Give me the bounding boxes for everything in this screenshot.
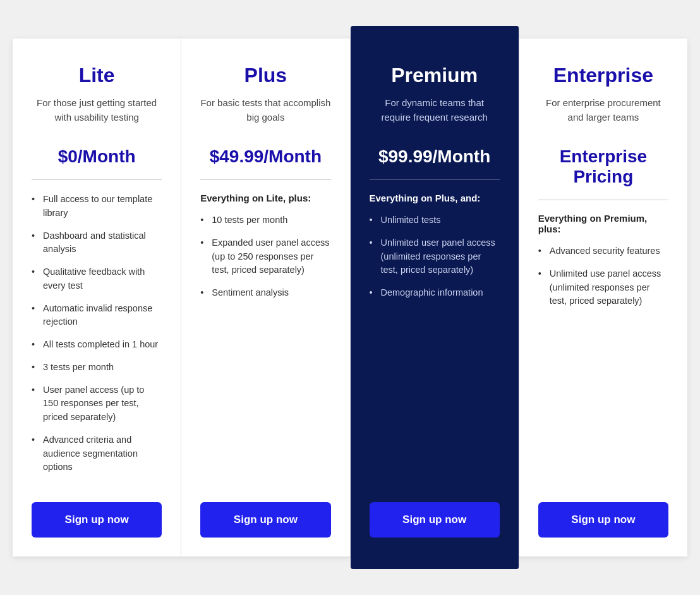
plan-name: Enterprise <box>538 64 668 87</box>
feature-item: 10 tests per month <box>200 213 330 227</box>
feature-item: Sentiment analysis <box>200 286 330 300</box>
plan-price: $99.99/Month <box>370 147 500 167</box>
plan-divider <box>370 179 500 180</box>
feature-item: Unlimited user panel access (unlimited r… <box>370 236 500 277</box>
plan-features-list: Unlimited testsUnlimited user panel acce… <box>370 213 500 483</box>
plan-divider <box>200 179 330 180</box>
signup-button[interactable]: Sign up now <box>370 502 500 538</box>
plan-premium: Premium For dynamic teams that require f… <box>351 26 519 569</box>
feature-item: 3 tests per month <box>32 361 162 375</box>
feature-item: Full access to our template library <box>32 193 162 220</box>
plan-divider <box>32 179 162 180</box>
plan-price: $49.99/Month <box>200 147 330 167</box>
plan-description: For enterprise procurement and larger te… <box>538 96 668 134</box>
plan-features-list: Full access to our template libraryDashb… <box>32 193 162 483</box>
feature-item: Unlimited use panel access (unlimited re… <box>538 267 668 308</box>
plan-everything-note: Everything on Lite, plus: <box>200 193 330 203</box>
plan-description: For basic tests that accomplish big goal… <box>200 96 330 134</box>
signup-button[interactable]: Sign up now <box>200 502 330 538</box>
feature-item: Demographic information <box>370 286 500 300</box>
feature-item: Expanded user panel access (up to 250 re… <box>200 236 330 277</box>
plan-features-list: 10 tests per monthExpanded user panel ac… <box>200 213 330 483</box>
plan-lite: Lite For those just getting started with… <box>13 39 181 556</box>
feature-item: Advanced security features <box>538 244 668 258</box>
plan-name: Lite <box>32 64 162 87</box>
feature-item: User panel access (up to 150 responses p… <box>32 383 162 424</box>
feature-item: Unlimited tests <box>370 213 500 227</box>
plan-plus: Plus For basic tests that accomplish big… <box>181 39 350 556</box>
plan-description: For those just getting started with usab… <box>32 96 162 134</box>
feature-item: Qualitative feedback with every test <box>32 265 162 293</box>
signup-button[interactable]: Sign up now <box>538 502 668 538</box>
signup-button[interactable]: Sign up now <box>32 502 162 538</box>
plan-price: Enterprise Pricing <box>538 147 668 187</box>
plan-enterprise: Enterprise For enterprise procurement an… <box>519 39 687 556</box>
feature-item: All tests completed in 1 hour <box>32 338 162 352</box>
plan-everything-note: Everything on Premium, plus: <box>538 213 668 234</box>
plan-everything-note: Everything on Plus, and: <box>370 193 500 203</box>
feature-item: Advanced criteria and audience segmentat… <box>32 433 162 474</box>
plan-name: Plus <box>200 64 330 87</box>
plan-description: For dynamic teams that require frequent … <box>370 96 500 134</box>
plan-features-list: Advanced security featuresUnlimited use … <box>538 244 668 483</box>
plan-divider <box>538 200 668 200</box>
plan-name: Premium <box>370 64 500 87</box>
feature-item: Dashboard and statistical analysis <box>32 229 162 257</box>
feature-item: Automatic invalid response rejection <box>32 302 162 330</box>
plan-price: $0/Month <box>32 147 162 167</box>
pricing-table: Lite For those just getting started with… <box>13 39 687 556</box>
